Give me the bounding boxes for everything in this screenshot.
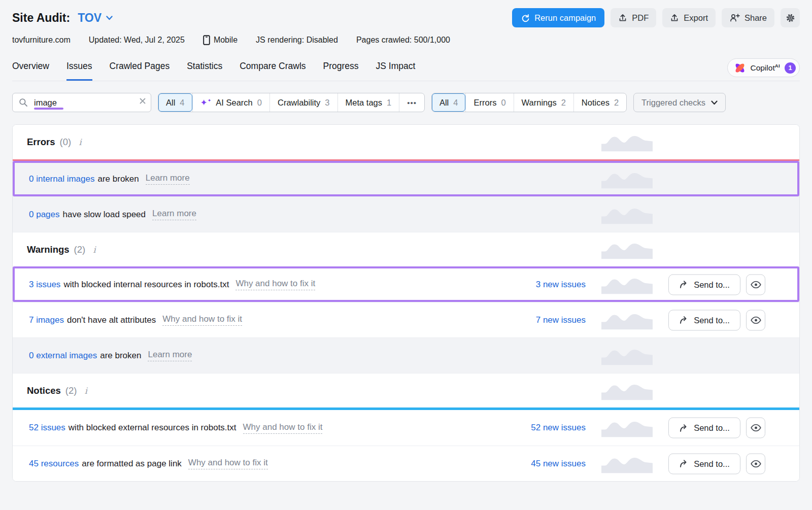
tab-js-impact[interactable]: JS Impact [376,61,416,81]
triggered-checks-dropdown[interactable]: Triggered checks [633,93,726,112]
issue-row-blocked-internal-resources: 3 issues with blocked internal resources… [13,266,799,302]
search-icon [19,98,28,107]
hide-issue-button[interactable] [746,418,765,438]
clear-search-icon[interactable] [139,97,146,105]
device-label: Mobile [203,35,238,45]
issue-row-blocked-external-resources: 52 issues with blocked external resource… [13,410,799,446]
chevron-down-icon [711,100,718,105]
filter-all-categories[interactable]: All 4 [158,93,192,112]
tab-compare-crawls[interactable]: Compare Crawls [240,61,306,81]
topbar-actions: Rerun campaign PDF Export Share [512,8,800,27]
campaign-meta: tovfurniture.com Updated: Wed, Jul 2, 20… [12,35,800,45]
settings-button[interactable] [781,8,800,27]
tab-crawled-pages[interactable]: Crawled Pages [110,61,170,81]
upload-icon [670,13,679,22]
eye-icon [751,316,761,324]
learn-more-link[interactable]: Learn more [148,350,192,361]
hide-issue-button[interactable] [746,274,765,295]
share-button[interactable]: Share [722,8,774,27]
copilot-count-badge: 1 [785,62,796,74]
section-header-notices: Notices (2) i [13,373,799,407]
export-button[interactable]: Export [662,8,716,27]
issue-count-link[interactable]: 0 pages [29,210,60,220]
issue-count-link[interactable]: 0 internal images [29,174,94,184]
send-to-button[interactable]: Send to... [668,453,740,474]
pdf-button[interactable]: PDF [611,8,656,27]
filter-meta-tags[interactable]: Meta tags 1 [337,93,399,112]
issue-count-link[interactable]: 7 images [29,315,64,325]
severity-filter-group: All 4 Errors 0 Warnings 2 Notices 2 [431,93,627,112]
info-icon[interactable]: i [93,245,95,255]
upload-icon [618,13,627,22]
learn-more-link[interactable]: Learn more [152,209,196,220]
pages-crawled-label: Pages crawled: 500/1,000 [356,36,450,45]
rerun-campaign-button[interactable]: Rerun campaign [512,8,604,27]
new-issues-link[interactable]: 45 new issues [531,459,586,469]
hide-issue-button[interactable] [746,453,765,474]
forward-arrow-icon [679,460,689,468]
filter-ai-search[interactable]: ✦✦ AI Search 0 [192,93,269,112]
send-to-button[interactable]: Send to... [668,418,740,438]
learn-more-link[interactable]: Learn more [146,173,190,185]
updated-label: Updated: Wed, Jul 2, 2025 [89,36,185,45]
search-input[interactable] [12,93,151,112]
site-audit-page: Site Audit: TOV Rerun campaign PDF [0,0,812,482]
gear-icon [785,13,796,23]
top-bar: Site Audit: TOV Rerun campaign PDF [12,8,800,27]
tab-statistics[interactable]: Statistics [187,61,222,81]
why-how-fix-link[interactable]: Why and how to fix it [162,314,242,326]
copilot-button[interactable]: CopilotAI 1 [727,58,800,77]
filter-all-severities[interactable]: All 4 [432,93,466,112]
js-rendering-label: JS rendering: Disabled [256,36,338,45]
issue-row-resources-page-link: 45 resources are formatted as page link … [13,446,799,481]
tabs-bar: Overview Issues Crawled Pages Statistics… [12,58,800,81]
forward-arrow-icon [679,316,689,324]
filter-crawlability[interactable]: Crawlability 3 [269,93,337,112]
new-issues-link[interactable]: 52 new issues [531,423,586,433]
issue-count-link[interactable]: 0 external images [29,351,97,361]
copilot-logo-icon [734,62,746,74]
eye-icon [751,460,761,467]
campaign-name: TOV [78,11,101,25]
trend-sparkline [601,169,653,188]
tab-issues[interactable]: Issues [66,61,92,81]
issue-count-link[interactable]: 52 issues [29,423,65,433]
filter-warnings[interactable]: Warnings 2 [514,93,573,112]
send-to-button[interactable]: Send to... [668,310,740,330]
issue-row-internal-images-broken: 0 internal images are broken Learn more [13,161,799,196]
forward-arrow-icon [679,424,689,432]
why-how-fix-link[interactable]: Why and how to fix it [235,279,315,290]
trend-sparkline [601,381,653,400]
why-how-fix-link[interactable]: Why and how to fix it [243,422,323,434]
category-filter-group: All 4 ✦✦ AI Search 0 Crawlability 3 Meta… [158,93,425,112]
trend-sparkline [601,346,653,365]
issues-panel: Errors (0) i 0 internal images are broke… [12,124,800,482]
tab-progress[interactable]: Progress [323,61,359,81]
hide-issue-button[interactable] [746,310,765,330]
trend-sparkline [601,240,653,259]
campaign-selector[interactable]: TOV [78,11,113,25]
section-header-errors: Errors (0) i [13,125,799,159]
filter-errors[interactable]: Errors 0 [465,93,513,112]
why-how-fix-link[interactable]: Why and how to fix it [188,458,268,469]
trend-sparkline [601,311,653,329]
more-categories-icon[interactable]: ••• [399,93,424,112]
issue-count-link[interactable]: 45 resources [29,459,79,469]
trend-sparkline [601,133,653,152]
issue-row-missing-alt-attributes: 7 images don't have alt attributes Why a… [13,302,799,337]
trend-sparkline [601,275,653,294]
search-highlight-underline [34,108,63,110]
trend-sparkline [601,419,653,437]
add-user-icon [729,13,740,22]
new-issues-link[interactable]: 7 new issues [536,315,586,325]
info-icon[interactable]: i [84,386,87,396]
filter-notices[interactable]: Notices 2 [573,93,626,112]
issue-count-link[interactable]: 3 issues [29,280,60,290]
info-icon[interactable]: i [79,137,81,147]
page-title: Site Audit: [12,11,70,25]
send-to-button[interactable]: Send to... [668,274,740,295]
new-issues-link[interactable]: 3 new issues [536,280,586,290]
tab-overview[interactable]: Overview [12,61,49,81]
forward-arrow-icon [679,281,689,289]
issue-row-external-images-broken: 0 external images are broken Learn more [13,337,799,373]
